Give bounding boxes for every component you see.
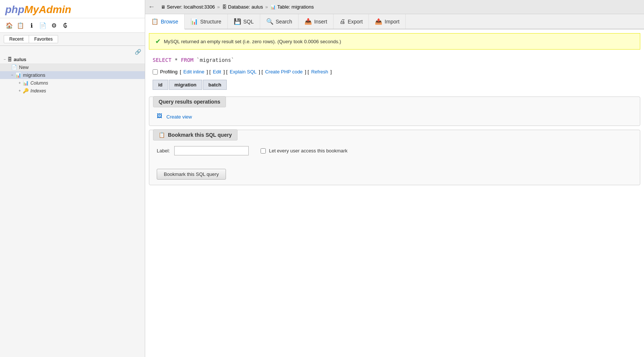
- access-label: Let every user access this bookmark: [269, 148, 347, 154]
- sql-select: SELECT: [153, 57, 172, 63]
- query-results-section: Query results operations 🖼 Create view: [149, 97, 640, 126]
- logo: phpMyAdmin: [5, 4, 71, 15]
- bookmark-section: 📋 Bookmark this SQL query Label: Let eve…: [149, 130, 640, 185]
- profiling-checkbox[interactable]: [153, 69, 158, 75]
- db-name-label[interactable]: aulus: [14, 57, 26, 62]
- sql-from: FROM: [181, 57, 194, 63]
- col-batch: batch: [203, 80, 227, 90]
- export-icon: 🖨: [339, 18, 345, 25]
- table-headers: id migration batch: [145, 77, 644, 93]
- bookmark-title: Bookmark this SQL query: [168, 132, 232, 138]
- tab-favorites[interactable]: Favorites: [29, 35, 58, 43]
- top-icons-bar: 🏠 📋 ℹ 📄 ⚙ ₲: [0, 18, 145, 33]
- new-icon: 📄: [11, 64, 17, 70]
- logo-myadmin: MyAdmin: [24, 4, 71, 15]
- browse-label: Browse: [161, 19, 178, 25]
- structure-icon: 📊: [191, 18, 198, 25]
- tab-sql[interactable]: 💾 SQL: [228, 14, 260, 29]
- bracket-open1: [: [180, 69, 181, 75]
- result-text: MySQL returned an empty result set (i.e.…: [164, 39, 341, 44]
- checkbox-row: Let every user access this bookmark: [261, 148, 347, 154]
- refresh-link[interactable]: Refresh: [311, 69, 328, 75]
- edit-inline-link[interactable]: Edit inline: [184, 69, 204, 75]
- structure-label: Structure: [200, 19, 221, 25]
- label-text: Label:: [157, 148, 170, 154]
- main-content: ← 🖥 Server: localhost:3306 » 🗄 Database:…: [145, 0, 644, 357]
- server-label[interactable]: Server: localhost:3306: [167, 4, 215, 10]
- insert-icon: 📥: [305, 18, 312, 25]
- create-view-link[interactable]: 🖼 Create view: [157, 113, 632, 120]
- tab-insert[interactable]: 📥 Insert: [299, 14, 334, 29]
- database-tree: 🔗 − 🗄 aulus 📄 New − 📊 migrations + 📊 Col…: [0, 46, 145, 357]
- sql-table: `migrations`: [197, 57, 234, 63]
- db-breadcrumb-icon: 🗄: [222, 4, 227, 10]
- sql-icon: 💾: [234, 18, 241, 25]
- sep2: »: [265, 4, 268, 10]
- copy-icon[interactable]: 📄: [39, 21, 47, 29]
- import-icon: 📤: [375, 18, 382, 25]
- table-breadcrumb-icon: 📊: [270, 4, 276, 10]
- bookmark-section-header: 📋 Bookmark this SQL query: [153, 129, 237, 140]
- tree-db-row[interactable]: − 🗄 aulus: [0, 56, 145, 63]
- import-label: Import: [385, 19, 399, 25]
- sidebar-tabs: Recent Favorites: [0, 33, 145, 46]
- tree-item-columns[interactable]: + 📊 Columns: [0, 79, 145, 87]
- tab-export[interactable]: 🖨 Export: [334, 14, 369, 29]
- explain-sql-link[interactable]: Explain SQL: [230, 69, 256, 75]
- server-icon: 🖥: [161, 4, 165, 10]
- indexes-label: Indexes: [31, 88, 46, 94]
- edit-link[interactable]: Edit: [213, 69, 221, 75]
- table-icon: 📊: [15, 72, 21, 78]
- create-view-label: Create view: [166, 114, 192, 120]
- search-label: Search: [276, 19, 292, 25]
- bookmark-submit-button[interactable]: Bookmark this SQL query: [157, 169, 226, 180]
- new-label: New: [19, 64, 29, 70]
- db-breadcrumb-label[interactable]: Database: aulus: [228, 4, 263, 10]
- tree-item-new[interactable]: 📄 New: [0, 63, 145, 71]
- bracket-close1: ] [: [207, 69, 211, 75]
- tab-import[interactable]: 📤 Import: [369, 14, 406, 29]
- bracket-close3: ] [: [259, 69, 263, 75]
- logo-php: php: [5, 4, 24, 15]
- db-collapse-icon: −: [4, 57, 6, 61]
- tab-search[interactable]: 🔍 Search: [260, 14, 299, 29]
- indexes-expand-icon: +: [19, 89, 21, 93]
- col-migration: migration: [169, 80, 202, 90]
- tab-structure[interactable]: 📊 Structure: [185, 14, 228, 29]
- tree-item-migrations[interactable]: − 📊 migrations: [0, 71, 145, 79]
- bookmark-icon[interactable]: 📋: [16, 21, 25, 29]
- insert-label: Insert: [314, 19, 327, 25]
- sql-wildcard: *: [175, 57, 181, 63]
- bracket-close5: ]: [330, 69, 332, 75]
- profiling-row: Profiling [ Edit inline ] [ Edit ] [ Exp…: [145, 67, 644, 77]
- label-row: Label: Let every user access this bookma…: [157, 146, 632, 155]
- tab-browse[interactable]: 📋 Browse: [145, 14, 185, 29]
- columns-expand-icon: +: [19, 81, 21, 85]
- col-id: id: [153, 80, 168, 90]
- home-icon[interactable]: 🏠: [5, 21, 13, 29]
- table-breadcrumb-label[interactable]: Table: migrations: [277, 4, 314, 10]
- link-icon[interactable]: 🔗: [135, 49, 141, 55]
- query-results-header: Query results operations: [153, 96, 226, 107]
- breadcrumb: 🖥 Server: localhost:3306 » 🗄 Database: a…: [158, 3, 317, 11]
- currency-icon[interactable]: ₲: [61, 21, 69, 29]
- sql-label: SQL: [243, 19, 254, 25]
- label-input[interactable]: [174, 146, 249, 155]
- sidebar: phpMyAdmin 🏠 📋 ℹ 📄 ⚙ ₲ Recent Favorites …: [0, 0, 145, 357]
- tree-item-indexes[interactable]: + 🔑 Indexes: [0, 87, 145, 95]
- nav-bar: ← 🖥 Server: localhost:3306 » 🗄 Database:…: [145, 0, 644, 14]
- columns-label: Columns: [31, 80, 48, 86]
- sql-display: SELECT * FROM `migrations`: [145, 53, 644, 67]
- query-results-body: 🖼 Create view: [149, 108, 640, 126]
- bookmark-btn-row: Bookmark this SQL query: [149, 165, 640, 185]
- settings-icon[interactable]: ⚙: [50, 21, 58, 29]
- access-checkbox[interactable]: [261, 148, 266, 154]
- tab-bar: 📋 Browse 📊 Structure 💾 SQL 🔍 Search 📥 In…: [145, 14, 644, 29]
- export-label: Export: [348, 19, 363, 25]
- info-icon[interactable]: ℹ: [28, 21, 36, 29]
- columns-icon: 📊: [23, 80, 29, 86]
- tab-recent[interactable]: Recent: [4, 35, 29, 43]
- create-php-code-link[interactable]: Create PHP code: [265, 69, 303, 75]
- back-button[interactable]: ←: [145, 1, 158, 12]
- logo-area: phpMyAdmin: [0, 0, 145, 18]
